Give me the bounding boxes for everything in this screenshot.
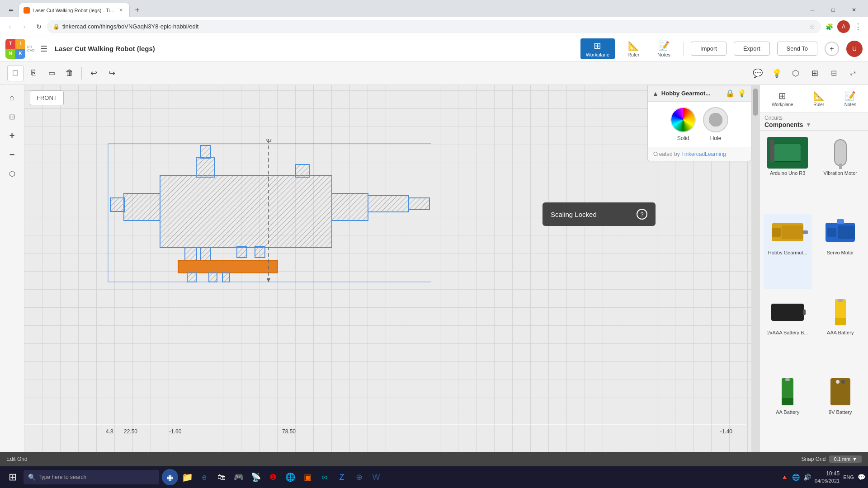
import-btn[interactable]: Import (691, 42, 726, 56)
scaling-locked-help[interactable]: ? (637, 209, 647, 220)
svg-rect-6 (409, 198, 429, 210)
tinkercad-logo[interactable]: T I N K (5, 39, 25, 59)
component-gearmotor[interactable]: Hobby Gearmot... (764, 214, 812, 289)
canvas-vscroll[interactable] (751, 85, 760, 452)
maximize-btn[interactable]: □ (823, 3, 844, 17)
component-9vbattery[interactable]: 9V Battery (816, 373, 865, 448)
components-label: Components (764, 121, 803, 128)
delete-btn[interactable]: 🗑 (61, 65, 78, 81)
edit-grid-btn[interactable]: Edit Grid (6, 456, 28, 462)
robot-object[interactable]: ↻ ▼ (106, 139, 431, 284)
workplane-panel-btn[interactable]: ⊞ Workplane (768, 89, 797, 109)
taskbar-zoom[interactable]: Z (334, 469, 350, 485)
undo-btn[interactable]: ↩ (85, 65, 102, 81)
taskbar-word[interactable]: W (368, 469, 384, 485)
components-dropdown[interactable]: Components ▼ (764, 121, 863, 128)
menu-btn[interactable]: ⋮ (852, 20, 864, 33)
user-avatar[interactable]: U (846, 41, 863, 57)
prop-bulb-icon[interactable]: 💡 (737, 89, 746, 98)
aabattery-label: AA Battery (776, 409, 799, 415)
workplane-btn[interactable]: ⊞ Workplane (580, 38, 615, 59)
duplicate-btn[interactable]: ▭ (43, 65, 60, 81)
snap-value-btn[interactable]: 0.1 mm ▼ (829, 455, 862, 463)
taskbar-clock[interactable]: 10:45 04/06/2021 (815, 470, 840, 484)
light-btn[interactable]: 💡 (769, 65, 785, 81)
created-by: Created by TinkercadLearning (648, 147, 751, 161)
servo-label: Servo Motor (827, 250, 854, 255)
component-battery2aaa[interactable]: 2xAAA Battery B... (764, 294, 812, 369)
profile-btn[interactable]: A (837, 20, 850, 33)
network-icon[interactable]: 🌐 (792, 474, 800, 481)
tab-title: Laser Cut Walking Robot (legs) - Ti… (33, 8, 115, 13)
notes-panel-btn[interactable]: 📝 Notes (841, 89, 860, 109)
taskbar-app2[interactable]: ❶ (265, 469, 281, 485)
zoom-in-btn[interactable]: + (4, 127, 20, 144)
tab-back[interactable]: ⬅ (4, 3, 18, 17)
copy-btn[interactable]: ⎘ (25, 65, 42, 81)
star-icon[interactable]: ☆ (809, 23, 815, 30)
app-header: T I N K ER CAD ☰ Laser Cut Walking Robot… (0, 36, 868, 61)
notification-btn[interactable]: 💬 (858, 474, 865, 481)
snap-grid-label: Snap Grid (801, 456, 826, 462)
solid-option[interactable]: Solid (670, 107, 696, 141)
creator-link[interactable]: TinkercadLearning (681, 151, 726, 157)
align-btn[interactable]: ⊟ (826, 65, 842, 81)
taskbar-app1[interactable]: 📡 (248, 469, 264, 485)
svg-text:▼: ▼ (265, 276, 272, 283)
address-bar[interactable]: 🔒 tinkercad.com/things/boVNGaqN3Y8-epic-… (47, 20, 821, 33)
taskbar-msedge[interactable]: ⊕ (351, 469, 367, 485)
prop-lock-icon[interactable]: 🔒 (726, 89, 735, 98)
taskbar-store[interactable]: 🛍 (213, 469, 230, 485)
minimize-btn[interactable]: ─ (802, 3, 823, 17)
menu-icon-btn[interactable]: ☰ (37, 42, 51, 56)
close-btn[interactable]: ✕ (844, 3, 864, 17)
tab-close[interactable]: ✕ (118, 7, 125, 14)
component-vibration[interactable]: Vibration Motor (816, 134, 865, 209)
redo-btn[interactable]: ↪ (104, 65, 120, 81)
component-arduino[interactable]: Arduino Uno R3 (764, 134, 812, 209)
user-add-btn[interactable]: + (825, 42, 839, 56)
refresh-btn[interactable]: ↻ (33, 20, 45, 33)
workplane-label: Workplane (586, 52, 609, 57)
taskbar-cortana[interactable]: ◉ (162, 469, 178, 485)
new-tab-btn[interactable]: + (130, 3, 145, 17)
hole-option[interactable]: Hole (703, 107, 728, 141)
aaabattery-label: AAA Battery (827, 330, 854, 335)
scroll-thumb[interactable] (753, 89, 758, 116)
taskbar-edge[interactable]: e (196, 469, 212, 485)
forward-btn[interactable]: › (18, 20, 31, 33)
home-btn[interactable]: ⌂ (4, 89, 20, 106)
shape-btn[interactable]: ⬡ (788, 65, 804, 81)
taskbar-arduino[interactable]: ∞ (316, 469, 333, 485)
zoom-out-btn[interactable]: − (4, 146, 20, 163)
send-to-btn[interactable]: Send To (777, 42, 817, 56)
ruler-panel-btn[interactable]: 📐 Ruler (810, 89, 828, 109)
add-shape-btn[interactable]: □ (7, 65, 24, 81)
extensions-btn[interactable]: 🧩 (823, 20, 835, 33)
battery2aaa-label: 2xAAA Battery B... (767, 330, 808, 335)
component-servo[interactable]: Servo Motor (816, 214, 865, 289)
circuits-header: Circuits Components ▼ (760, 113, 868, 131)
taskbar-explorer[interactable]: 📁 (179, 469, 195, 485)
group-btn[interactable]: ⊞ (807, 65, 823, 81)
3d-view-btn[interactable]: ⬡ (4, 165, 20, 182)
active-tab[interactable]: Laser Cut Walking Robot (legs) - Ti… ✕ (19, 3, 130, 17)
taskbar-search-box[interactable]: 🔍 Type here to search (24, 470, 159, 484)
export-btn[interactable]: Export (734, 42, 770, 56)
comment-btn[interactable]: 💬 (750, 65, 766, 81)
component-aabattery[interactable]: AA Battery (764, 373, 812, 448)
taskbar-chrome[interactable]: 🌐 (282, 469, 298, 485)
notes-btn[interactable]: 📝 Notes (652, 38, 676, 59)
back-btn[interactable]: ‹ (4, 20, 16, 33)
fit-view-btn[interactable]: ⊡ (4, 108, 20, 125)
canvas-area[interactable]: FRONT (24, 85, 760, 452)
component-aaabattery[interactable]: AAA Battery (816, 294, 865, 369)
mirror-btn[interactable]: ⇌ (844, 65, 861, 81)
ruler-btn[interactable]: 📐 Ruler (622, 38, 645, 59)
taskbar-app3[interactable]: ▣ (299, 469, 316, 485)
notification-icon[interactable]: 🔺 (781, 474, 788, 481)
taskbar-steam[interactable]: 🎮 (231, 469, 247, 485)
prop-collapse-btn[interactable]: ▲ (652, 90, 659, 97)
start-btn[interactable]: ⊞ (3, 467, 23, 487)
volume-icon[interactable]: 🔊 (803, 474, 811, 481)
